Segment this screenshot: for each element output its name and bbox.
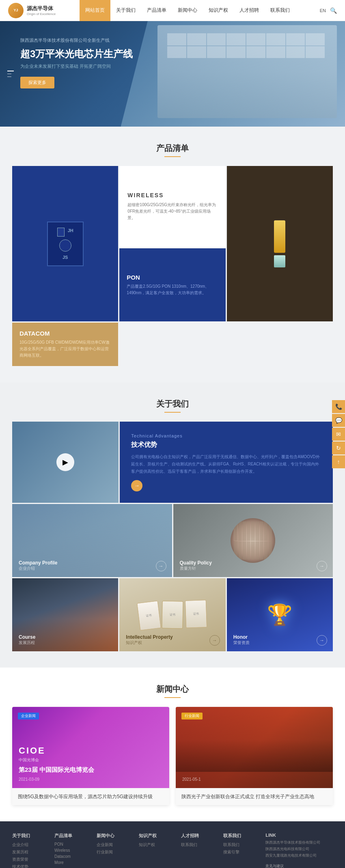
course-label: Course 发展历程 xyxy=(19,634,35,646)
footer-ext-link-3[interactable]: 西安九量现路光电技术有限公司 xyxy=(265,853,333,858)
lang-switch[interactable]: EN xyxy=(320,8,326,13)
footer-col-title-recruit: 人才招聘 xyxy=(181,833,218,839)
footer-link-contact-1[interactable]: 联系我们 xyxy=(223,842,261,848)
news-title-line xyxy=(164,697,181,698)
footer-link-news-2[interactable]: 行业新闻 xyxy=(97,849,134,855)
hero-dot-2 xyxy=(7,73,11,74)
news-img-2: 行业新闻 2021-05-1 xyxy=(176,707,333,788)
footer-link-prod-2[interactable]: Wireless xyxy=(54,848,92,853)
news-date-2: 2021-05-1 xyxy=(182,777,326,782)
play-button[interactable]: ▶ xyxy=(56,453,74,471)
company-label-zh: 企业介绍 xyxy=(19,566,57,571)
footer-link-contact-2[interactable]: 搜索引擎 xyxy=(223,849,261,855)
about-title-line xyxy=(164,412,181,413)
pon-label: PON xyxy=(127,274,218,281)
intellectual-label: Intellectual Property 知识产权 xyxy=(126,634,172,646)
about-quality-policy[interactable]: Quality Policy 质量方针 → xyxy=(173,504,333,577)
news-badge-1: 企业新闻 xyxy=(18,713,39,719)
intellectual-arrow: → xyxy=(209,635,220,646)
about-intellectual[interactable]: 证书 证书 证书 Intellectual Property 知识产权 → xyxy=(119,578,225,651)
trophy-visual: 🏆 xyxy=(267,603,292,627)
footer-link-prod-1[interactable]: PON xyxy=(54,842,92,846)
header-right: EN 🔍 xyxy=(320,7,337,14)
product-card-datacom[interactable]: DATACOM 10G/25G/50G DFB CWDM/DWDM应用功率CW激… xyxy=(12,323,118,366)
icon-top-row: JH xyxy=(57,228,73,237)
tech-desc: 公司拥有光电核心自主知识产权，产品广泛应用于无线通信、数据中心、光纤到户，覆盖包… xyxy=(131,453,321,475)
news-card-2[interactable]: 行业新闻 2021-05-1 陕西光子产业创新联合体正式成立 打造全球光子产业生… xyxy=(176,707,333,805)
intellectual-label-zh: 知识产权 xyxy=(126,640,172,646)
footer-main: 关于我们 企业介绍 发展历程 资质荣誉 技术优势 联系我们 产品清单 PON W… xyxy=(12,833,333,868)
about-company-profile[interactable]: Company Profile 企业介绍 → xyxy=(12,504,172,577)
about-row3: Course 发展历程 证书 证书 证书 Intellectual Proper… xyxy=(12,578,333,651)
product-card-yellow-chip[interactable] xyxy=(227,166,333,321)
news-grid: 企业新闻 CIOE 中国光博会 第23届 中国国际光电博览会 2021-03-0… xyxy=(12,707,333,805)
nav-about[interactable]: 关于我们 xyxy=(110,0,141,21)
nav-news[interactable]: 新闻中心 xyxy=(172,0,203,21)
float-sidebar: 📞 💬 ✉ ↻ ↑ xyxy=(332,400,345,468)
footer-link-about-3[interactable]: 资质荣誉 xyxy=(12,857,50,862)
product-card-wireless[interactable]: WIRELESS 超细密100G/25G/25G光纤束亦称光纤，组光率为0FR焦… xyxy=(119,166,225,247)
honor-label: Honor 荣誉资质 xyxy=(233,634,250,646)
quality-label-zh: 质量方针 xyxy=(180,566,212,571)
footer-col-title-contact: 联系我们 xyxy=(223,833,261,839)
footer-link-about-2[interactable]: 发展历程 xyxy=(12,849,50,855)
nav-home[interactable]: 网站首页 xyxy=(80,0,110,21)
hero-dot-1 xyxy=(7,71,14,71)
about-honor[interactable]: 🏆 Honor 荣誉资质 → xyxy=(227,578,333,651)
logo-name: 源杰半导体 xyxy=(27,5,56,12)
footer-link-about-1[interactable]: 企业介绍 xyxy=(12,842,50,848)
float-email-btn[interactable]: ✉ xyxy=(332,428,345,441)
news-desc-2: 陕西光子产业创新联合体正式成立 打造全球光子产业生态高地 xyxy=(181,793,327,800)
company-profile-label: Company Profile 企业介绍 xyxy=(19,560,57,571)
yellow-chip-icon xyxy=(274,220,285,267)
tech-title: 技术优势 xyxy=(131,441,321,449)
float-top-btn[interactable]: ↑ xyxy=(332,455,345,468)
footer-ext-link-2[interactable]: 陕西源杰光电科技有限公司 xyxy=(265,846,333,852)
footer-link-ip-1[interactable]: 知识产权 xyxy=(139,842,176,848)
cioe-sub: 中国光博会 xyxy=(19,757,163,763)
footer-link-recruit-1[interactable]: 联系我们 xyxy=(181,842,218,848)
footer-links-section: LINK 陕西源杰半导体技术股份有限公司 陕西源杰光电科技有限公司 西安九量现路… xyxy=(265,833,333,859)
footer-col-recruit: 人才招聘 联系我们 xyxy=(181,833,218,868)
cert-visual: 证书 证书 证书 xyxy=(138,600,207,630)
footer-ext-link-1[interactable]: 陕西源杰半导体技术股份有限公司 xyxy=(265,840,333,845)
footer-col-ip: 知识产权 知识产权 xyxy=(139,833,176,868)
news-desc-1: 围绕5G及数据中心等应用场景，源杰芯片助力5G建设持续升级 xyxy=(18,793,164,800)
news-card-1[interactable]: 企业新闻 CIOE 中国光博会 第23届 中国国际光电博览会 2021-03-0… xyxy=(12,707,169,805)
search-icon[interactable]: 🔍 xyxy=(330,7,337,14)
float-refresh-btn[interactable]: ↻ xyxy=(332,442,345,454)
nav-products[interactable]: 产品清单 xyxy=(141,0,172,21)
nav-contact[interactable]: 联系我们 xyxy=(265,0,295,21)
footer-link-about-4[interactable]: 技术优势 xyxy=(12,864,50,868)
float-chat-btn[interactable]: 💬 xyxy=(332,414,345,427)
nav-ip[interactable]: 知识产权 xyxy=(203,0,234,21)
products-title-line xyxy=(164,156,181,157)
footer-link-prod-4[interactable]: More xyxy=(54,860,92,865)
hero-explore-btn[interactable]: 探索更多 xyxy=(20,77,54,88)
product-card-pon[interactable]: PON 产品覆盖2.5G/10G PON 1310nm、1270nm、1490n… xyxy=(119,248,225,321)
news-date-1: 2021-03-09 xyxy=(19,777,163,782)
quality-label-en: Quality Policy xyxy=(180,560,212,566)
course-label-en: Course xyxy=(19,634,35,640)
about-course[interactable]: Course 发展历程 xyxy=(12,578,118,651)
company-label-en: Company Profile xyxy=(19,560,57,566)
product-card-pon-chip[interactable]: JH JS xyxy=(12,166,118,321)
footer-col-news: 新闻中心 企业新闻 行业新闻 xyxy=(97,833,134,868)
tech-more-btn[interactable]: → xyxy=(131,480,142,491)
news-content-1: 围绕5G及数据中心等应用场景，源杰芯片助力5G建设持续升级 xyxy=(12,788,169,805)
hero-building-windows xyxy=(163,29,329,114)
hero-content: 陕西源杰半导体技术股份有限公司全新生产线 超3万平米光电芯片生产线 为企业未来发… xyxy=(20,37,133,88)
datacom-desc: 10G/25G/50G DFB CWDM/DWDM应用功率CW激光器全系列产品覆… xyxy=(19,339,111,359)
footer-link-news-1[interactable]: 企业新闻 xyxy=(97,842,134,848)
js-text: JS xyxy=(63,255,68,260)
course-label-zh: 发展历程 xyxy=(19,640,35,646)
float-phone-btn[interactable]: 📞 xyxy=(332,400,345,413)
about-title: 关于我们 xyxy=(12,398,333,409)
logo-icon[interactable]: YJ xyxy=(8,3,24,18)
datacom-label: DATACOM xyxy=(19,330,111,337)
nav-recruit[interactable]: 人才招聘 xyxy=(234,0,265,21)
about-building-video[interactable]: ▶ xyxy=(12,422,119,503)
hero-title: 超3万平米光电芯片生产线 xyxy=(20,47,133,60)
quality-arrow: → xyxy=(317,561,327,571)
footer-link-prod-3[interactable]: Datacom xyxy=(54,854,92,859)
